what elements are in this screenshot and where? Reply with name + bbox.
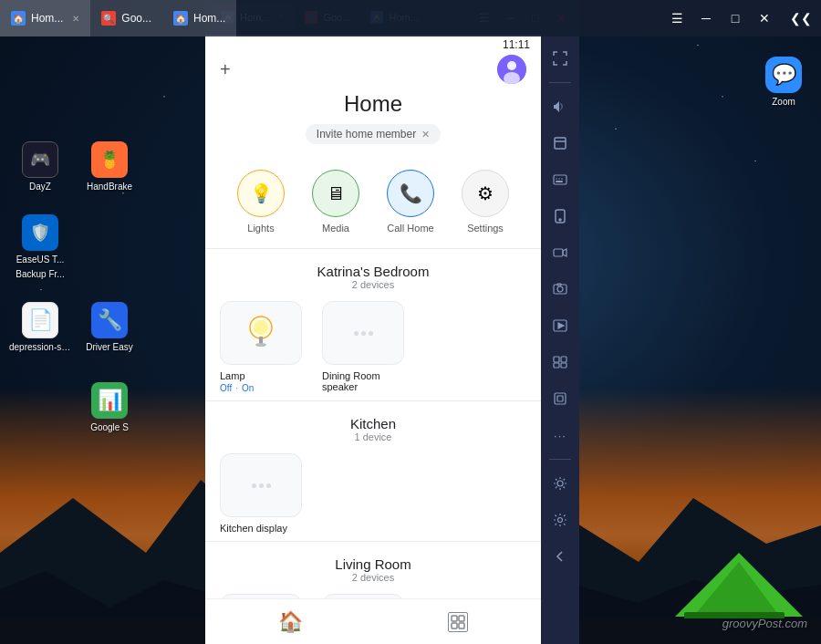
- bs-phone-btn[interactable]: [544, 200, 577, 233]
- add-member-btn[interactable]: +: [220, 60, 231, 78]
- lamp-status-sep: ·: [235, 383, 238, 393]
- desktop-icon-easeus[interactable]: 🛡️ EaseUS T... Backup Fr...: [7, 211, 73, 284]
- bs-camcorder-btn[interactable]: [544, 236, 577, 269]
- lamp-status-row: Off · On: [220, 383, 254, 393]
- tab-2-favicon: 🔍: [101, 11, 116, 26]
- dining-speaker-name: Dining Room speaker: [322, 370, 413, 392]
- settings-circle: ⚙: [462, 170, 509, 217]
- kitchen-count: 1 device: [220, 431, 526, 442]
- svg-rect-44: [561, 363, 566, 368]
- taskbar-tab-3[interactable]: 🏠 Hom...: [162, 0, 236, 36]
- bs-gallery-btn[interactable]: [544, 346, 577, 379]
- tab-1-close[interactable]: ✕: [72, 14, 79, 24]
- svg-line-54: [564, 479, 566, 481]
- svg-marker-35: [563, 249, 566, 256]
- easeus-icon: 🛡️: [22, 214, 58, 251]
- dayz-label: DayZ: [29, 182, 51, 192]
- svg-point-56: [558, 518, 563, 523]
- lights-circle: 💡: [237, 170, 285, 217]
- settings-icon: ⚙: [477, 182, 494, 204]
- kitchen-devices: Kitchen display: [220, 453, 526, 534]
- action-call-home[interactable]: 📞 Call Home: [387, 170, 434, 234]
- call-home-label: Call Home: [387, 223, 433, 234]
- bs-divider-1: [549, 82, 571, 83]
- user-avatar[interactable]: [497, 55, 526, 84]
- menu-button[interactable]: ☰: [664, 5, 690, 31]
- svg-rect-24: [459, 623, 464, 628]
- svg-rect-22: [459, 616, 464, 621]
- desktop-icon-empty-last: [7, 371, 73, 444]
- bs-brightness-btn[interactable]: [544, 467, 577, 500]
- navbar-home-btn[interactable]: 🏠: [278, 610, 303, 634]
- desktop-icon-dayz[interactable]: 🎮 DayZ: [7, 130, 73, 203]
- bs-cube-btn[interactable]: [544, 382, 577, 415]
- bs-photo-btn[interactable]: [544, 273, 577, 306]
- action-media[interactable]: 🖥 Media: [312, 170, 359, 234]
- taskbar-tab-1[interactable]: 🏠 Hom... ✕: [0, 0, 90, 36]
- bs-volume-btn[interactable]: [544, 90, 577, 123]
- bs-back-btn[interactable]: [544, 540, 577, 573]
- kitchen-display-icon-wrap: [220, 453, 302, 517]
- desktop-icon-zoom[interactable]: 💬 Zoom: [751, 46, 816, 119]
- home-actions: 💡 Lights 🖥 Media 📞: [205, 162, 541, 249]
- close-button[interactable]: ✕: [752, 5, 777, 31]
- bs-settings-btn[interactable]: [544, 504, 577, 536]
- minimize-button[interactable]: ─: [693, 5, 719, 31]
- invite-chip-close[interactable]: ✕: [421, 129, 430, 140]
- room-katrina-bedroom: Katrina's Bedroom 2 devices: [205, 249, 541, 401]
- bs-video-btn[interactable]: [544, 309, 577, 342]
- desktop-icon-google-s[interactable]: 📊 Google S: [77, 371, 142, 444]
- lamp-icon-wrap: [220, 301, 302, 365]
- phone-scrollable-content[interactable]: + Home Invite home member ✕: [205, 55, 541, 598]
- bs-more-btn[interactable]: ···: [544, 419, 577, 452]
- living-room-count: 2 devices: [220, 572, 526, 583]
- easeus-label2: Backup Fr...: [16, 269, 64, 280]
- driver-easy-label: Driver Easy: [86, 342, 133, 353]
- device-kitchen-display[interactable]: Kitchen display: [220, 453, 311, 534]
- svg-rect-43: [554, 363, 559, 368]
- svg-rect-23: [452, 623, 457, 628]
- lamp-off-btn[interactable]: Off: [220, 383, 232, 393]
- svg-rect-25: [555, 138, 566, 149]
- tab-3-label: Hom...: [193, 12, 225, 25]
- room-kitchen: Kitchen 1 device: [205, 401, 541, 542]
- lamp-on-btn[interactable]: On: [242, 383, 254, 393]
- bs-right-sidebar: ···: [541, 35, 579, 644]
- handbrake-icon: 🍍: [91, 141, 128, 178]
- call-home-circle: 📞: [387, 170, 434, 217]
- bs-divider-2: [549, 459, 571, 460]
- desktop-icon-driver-easy[interactable]: 🔧 Driver Easy: [77, 291, 142, 364]
- svg-rect-45: [555, 393, 566, 404]
- svg-rect-42: [561, 357, 566, 362]
- svg-point-7: [507, 61, 516, 70]
- katrina-bedroom-count: 2 devices: [220, 279, 526, 290]
- dayz-icon: 🎮: [22, 141, 58, 178]
- handbrake-label: HandBrake: [87, 182, 132, 192]
- groovypost-watermark: groovyPost.com: [722, 617, 807, 630]
- bs-keyboard-btn[interactable]: [544, 163, 577, 196]
- svg-rect-27: [554, 175, 566, 184]
- desktop-icon-handbrake[interactable]: 🍍 HandBrake: [77, 130, 142, 203]
- action-lights[interactable]: 💡 Lights: [237, 170, 285, 234]
- action-settings[interactable]: ⚙ Settings: [462, 170, 509, 234]
- bs-expand-view-btn[interactable]: [544, 127, 577, 160]
- desktop-icon-depression-store[interactable]: 📄 depression-sto...: [7, 291, 73, 364]
- device-dining-speaker[interactable]: Dining Room speaker: [322, 301, 413, 393]
- device-lamp[interactable]: Lamp Off · On: [220, 301, 311, 393]
- invite-chip[interactable]: Invite home member ✕: [306, 124, 441, 144]
- svg-line-53: [564, 487, 566, 489]
- tab-2-label: Goo...: [121, 12, 151, 25]
- tab-3-favicon: 🏠: [173, 11, 188, 26]
- tab-1-label: Hom...: [31, 12, 63, 25]
- kitchen-display-name: Kitchen display: [220, 523, 287, 534]
- svg-point-33: [559, 219, 561, 221]
- maximize-button[interactable]: □: [722, 5, 748, 31]
- svg-rect-11: [259, 337, 263, 344]
- taskbar-tab-2[interactable]: 🔍 Goo...: [90, 0, 162, 36]
- svg-rect-46: [557, 396, 563, 401]
- svg-marker-40: [558, 323, 564, 328]
- bs-fullscreen-btn[interactable]: [544, 42, 577, 75]
- navbar-devices-btn[interactable]: [448, 612, 468, 632]
- expand-button[interactable]: ❮❮: [788, 5, 814, 31]
- call-home-icon: 📞: [400, 182, 422, 204]
